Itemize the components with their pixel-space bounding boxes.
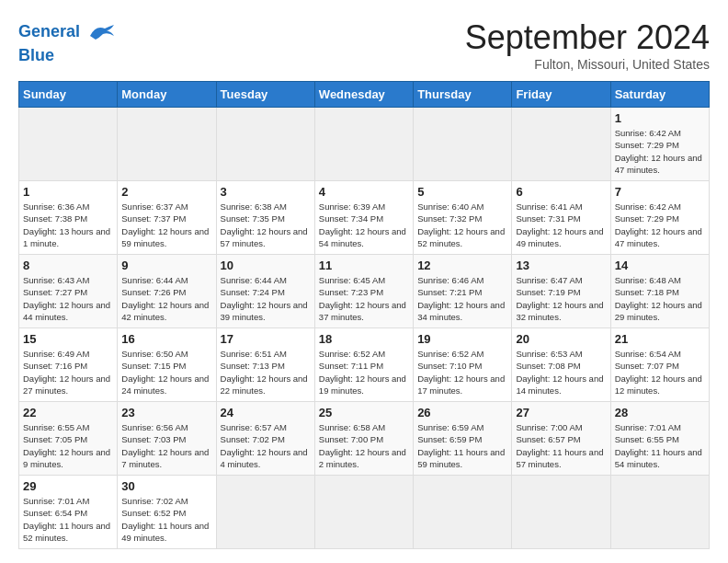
day-cell <box>216 476 314 549</box>
sunrise-text: Sunrise: 7:02 AM <box>121 496 188 506</box>
day-info: Sunrise: 6:50 AM Sunset: 7:15 PM Dayligh… <box>121 348 211 396</box>
sunset-text: Sunset: 7:21 PM <box>417 287 482 297</box>
sunset-text: Sunset: 7:37 PM <box>121 213 186 224</box>
sunrise-text: Sunrise: 6:50 AM <box>121 349 188 359</box>
daylight-text: Daylight: 12 hours and 19 minutes. <box>319 373 406 396</box>
sunrise-text: Sunrise: 6:47 AM <box>516 275 582 285</box>
header-day-friday: Friday <box>512 82 610 108</box>
sunset-text: Sunset: 7:34 PM <box>319 213 383 224</box>
logo-bird-icon <box>88 18 116 46</box>
day-info: Sunrise: 6:52 AM Sunset: 7:10 PM Dayligh… <box>417 348 507 396</box>
sunrise-text: Sunrise: 6:56 AM <box>121 422 188 432</box>
day-number: 11 <box>319 259 409 272</box>
logo-text-blue: Blue <box>18 46 116 66</box>
day-cell: 1 Sunrise: 6:42 AM Sunset: 7:29 PM Dayli… <box>610 108 709 181</box>
sunset-text: Sunset: 7:38 PM <box>23 213 87 224</box>
header-day-sunday: Sunday <box>19 82 118 108</box>
day-number: 29 <box>23 479 113 493</box>
day-info: Sunrise: 6:46 AM Sunset: 7:21 PM Dayligh… <box>417 274 507 323</box>
sunrise-text: Sunrise: 6:52 AM <box>319 349 385 359</box>
daylight-text: Daylight: 12 hours and 47 minutes. <box>615 226 702 248</box>
day-cell <box>118 108 216 181</box>
sunrise-text: Sunrise: 6:41 AM <box>516 201 582 212</box>
daylight-text: Daylight: 12 hours and 37 minutes. <box>319 300 406 322</box>
day-number: 24 <box>221 406 311 419</box>
week-row-6: 29 Sunrise: 7:01 AM Sunset: 6:54 PM Dayl… <box>19 476 710 549</box>
day-number: 4 <box>319 185 409 199</box>
day-cell: 17 Sunrise: 6:51 AM Sunset: 7:13 PM Dayl… <box>216 328 314 402</box>
day-cell: 14 Sunrise: 6:48 AM Sunset: 7:18 PM Dayl… <box>610 255 709 328</box>
week-row-2: 1 Sunrise: 6:36 AM Sunset: 7:38 PM Dayli… <box>19 181 710 255</box>
sunrise-text: Sunrise: 7:00 AM <box>516 422 582 432</box>
week-row-3: 8 Sunrise: 6:43 AM Sunset: 7:27 PM Dayli… <box>19 255 710 328</box>
daylight-text: Daylight: 12 hours and 47 minutes. <box>615 153 702 175</box>
daylight-text: Daylight: 11 hours and 57 minutes. <box>516 447 603 469</box>
day-cell: 21 Sunrise: 6:54 AM Sunset: 7:07 PM Dayl… <box>610 328 709 402</box>
day-info: Sunrise: 6:39 AM Sunset: 7:34 PM Dayligh… <box>319 201 409 249</box>
daylight-text: Daylight: 12 hours and 14 minutes. <box>516 373 603 396</box>
day-cell: 7 Sunrise: 6:42 AM Sunset: 7:29 PM Dayli… <box>610 181 709 255</box>
daylight-text: Daylight: 12 hours and 12 minutes. <box>615 373 702 396</box>
sunset-text: Sunset: 7:32 PM <box>417 213 482 224</box>
day-info: Sunrise: 6:41 AM Sunset: 7:31 PM Dayligh… <box>516 201 606 249</box>
sunrise-text: Sunrise: 6:49 AM <box>23 349 89 359</box>
daylight-text: Daylight: 12 hours and 22 minutes. <box>221 373 308 396</box>
daylight-text: Daylight: 11 hours and 52 minutes. <box>23 521 110 543</box>
day-number: 14 <box>615 259 705 272</box>
header-row: SundayMondayTuesdayWednesdayThursdayFrid… <box>19 82 710 108</box>
day-cell: 19 Sunrise: 6:52 AM Sunset: 7:10 PM Dayl… <box>414 328 512 402</box>
day-cell: 13 Sunrise: 6:47 AM Sunset: 7:19 PM Dayl… <box>512 255 610 328</box>
header-day-monday: Monday <box>118 82 216 108</box>
day-cell: 24 Sunrise: 6:57 AM Sunset: 7:02 PM Dayl… <box>216 402 314 476</box>
week-row-4: 15 Sunrise: 6:49 AM Sunset: 7:16 PM Dayl… <box>19 328 710 402</box>
day-info: Sunrise: 6:37 AM Sunset: 7:37 PM Dayligh… <box>121 201 211 249</box>
day-number: 2 <box>121 185 211 199</box>
daylight-text: Daylight: 12 hours and 52 minutes. <box>417 226 505 248</box>
day-number: 23 <box>121 406 211 419</box>
day-number: 10 <box>221 259 311 272</box>
day-cell: 29 Sunrise: 7:01 AM Sunset: 6:54 PM Dayl… <box>19 476 118 549</box>
day-info: Sunrise: 7:01 AM Sunset: 6:55 PM Dayligh… <box>615 421 705 470</box>
day-number: 1 <box>23 185 113 199</box>
day-cell: 11 Sunrise: 6:45 AM Sunset: 7:23 PM Dayl… <box>314 255 413 328</box>
day-cell: 8 Sunrise: 6:43 AM Sunset: 7:27 PM Dayli… <box>19 255 118 328</box>
sunset-text: Sunset: 7:19 PM <box>516 287 580 297</box>
day-cell <box>610 476 709 549</box>
day-cell <box>512 108 610 181</box>
day-number: 6 <box>516 185 606 199</box>
day-info: Sunrise: 6:42 AM Sunset: 7:29 PM Dayligh… <box>615 127 705 176</box>
sunset-text: Sunset: 7:26 PM <box>121 287 186 297</box>
day-info: Sunrise: 7:00 AM Sunset: 6:57 PM Dayligh… <box>516 421 606 470</box>
daylight-text: Daylight: 12 hours and 57 minutes. <box>221 226 308 248</box>
day-cell: 10 Sunrise: 6:44 AM Sunset: 7:24 PM Dayl… <box>216 255 314 328</box>
daylight-text: Daylight: 12 hours and 9 minutes. <box>23 447 110 469</box>
day-info: Sunrise: 6:54 AM Sunset: 7:07 PM Dayligh… <box>615 348 705 396</box>
header: General Blue September 2024 Fulton, Miss… <box>18 18 710 72</box>
day-cell <box>414 476 512 549</box>
sunrise-text: Sunrise: 6:39 AM <box>319 201 385 212</box>
day-cell: 26 Sunrise: 6:59 AM Sunset: 6:59 PM Dayl… <box>414 402 512 476</box>
day-info: Sunrise: 6:56 AM Sunset: 7:03 PM Dayligh… <box>121 421 211 470</box>
day-info: Sunrise: 6:38 AM Sunset: 7:35 PM Dayligh… <box>221 201 311 249</box>
day-number: 17 <box>221 332 311 346</box>
sunrise-text: Sunrise: 6:59 AM <box>417 422 483 432</box>
daylight-text: Daylight: 12 hours and 32 minutes. <box>516 300 603 322</box>
sunrise-text: Sunrise: 6:36 AM <box>23 201 89 212</box>
sunrise-text: Sunrise: 6:46 AM <box>417 275 483 285</box>
daylight-text: Daylight: 12 hours and 7 minutes. <box>121 447 209 469</box>
daylight-text: Daylight: 11 hours and 54 minutes. <box>615 447 702 469</box>
sunrise-text: Sunrise: 6:43 AM <box>23 275 89 285</box>
sunrise-text: Sunrise: 6:53 AM <box>516 349 582 359</box>
day-number: 21 <box>615 332 705 346</box>
sunrise-text: Sunrise: 6:37 AM <box>121 201 188 212</box>
day-info: Sunrise: 6:44 AM Sunset: 7:26 PM Dayligh… <box>121 274 211 323</box>
logo-text-general: General <box>18 22 80 40</box>
day-cell: 30 Sunrise: 7:02 AM Sunset: 6:52 PM Dayl… <box>118 476 216 549</box>
day-cell: 5 Sunrise: 6:40 AM Sunset: 7:32 PM Dayli… <box>414 181 512 255</box>
sunrise-text: Sunrise: 6:45 AM <box>319 275 385 285</box>
sunrise-text: Sunrise: 7:01 AM <box>615 422 681 432</box>
location: Fulton, Missouri, United States <box>465 57 710 72</box>
sunset-text: Sunset: 6:57 PM <box>516 434 580 444</box>
day-number: 3 <box>221 185 311 199</box>
day-cell <box>19 108 118 181</box>
